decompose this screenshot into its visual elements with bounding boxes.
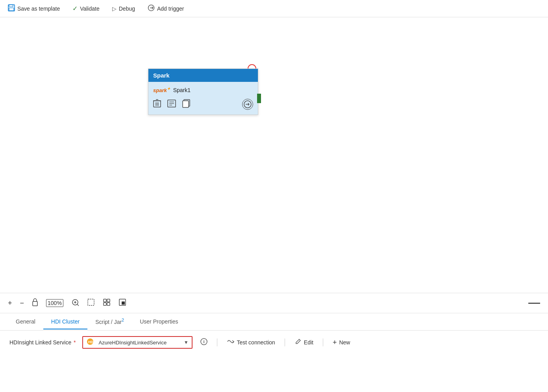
tab-script-jar[interactable]: Script / Jar2 [87, 314, 132, 330]
debug-icon: ▷ [112, 6, 117, 12]
spark-node-title-text: Spark [153, 72, 170, 79]
add-trigger-icon [148, 4, 155, 13]
edit-button[interactable]: Edit [294, 338, 313, 347]
validate-button[interactable]: ✓ Validate [72, 5, 100, 12]
minimap-icon[interactable] [118, 298, 126, 308]
svg-line-26 [77, 304, 79, 306]
node-right-connector [257, 94, 261, 103]
svg-rect-29 [88, 299, 94, 305]
validate-icon: ✓ [72, 5, 78, 12]
zoom-out-icon[interactable]: − [20, 299, 24, 307]
linked-service-dropdown-icon: HD [83, 338, 97, 347]
svg-rect-35 [122, 301, 125, 305]
linked-service-dropdown[interactable]: HD AzureHDInsightLinkedService ▼ [82, 336, 193, 349]
select-area-icon[interactable] [87, 298, 95, 308]
fit-view-icon[interactable]: 100% [46, 299, 63, 307]
new-icon: + [333, 338, 337, 347]
delete-activity-icon[interactable] [153, 99, 161, 110]
save-template-label: Save as template [17, 6, 60, 12]
svg-rect-31 [107, 299, 110, 302]
debug-label: Debug [119, 6, 135, 12]
spark-logo-icon: spark✦ [153, 87, 170, 93]
debug-button[interactable]: ▷ Debug [112, 6, 135, 12]
validate-label: Validate [80, 6, 100, 12]
add-next-activity-icon[interactable] [242, 99, 253, 110]
svg-rect-2 [9, 8, 14, 11]
linked-service-label: HDInsight Linked Service * [9, 339, 76, 346]
prop-divider-1 [217, 338, 217, 346]
toolbar: Save as template ✓ Validate ▷ Debug Add … [0, 0, 548, 17]
svg-rect-24 [33, 301, 37, 306]
spark-activity-node[interactable]: Spark spark✦ Spark1 [148, 68, 258, 115]
tab-script-jar-label: Script / Jar [95, 319, 122, 325]
tab-hdi-cluster-label: HDI Cluster [51, 318, 80, 325]
zoom-fit-icon[interactable] [71, 298, 79, 308]
prop-divider-2 [285, 338, 285, 346]
spark-node-header: Spark [148, 69, 258, 82]
test-connection-button[interactable]: Test connection [227, 338, 275, 346]
properties-panel: HDInsight Linked Service * HD AzureHDIns… [0, 331, 548, 354]
edit-icon [294, 338, 302, 347]
save-template-button[interactable]: Save as template [8, 4, 60, 13]
tab-user-properties-label: User Properties [140, 318, 178, 325]
dropdown-arrow-icon: ▼ [181, 340, 192, 345]
prop-divider-3 [323, 338, 323, 346]
copy-activity-icon[interactable] [182, 99, 190, 110]
svg-rect-19 [183, 101, 189, 107]
add-trigger-label: Add trigger [157, 6, 184, 12]
spark-node-actions [153, 99, 253, 110]
linked-service-value: AzureHDInsightLinkedService [97, 340, 181, 346]
new-label: New [339, 339, 350, 346]
test-connection-icon [227, 338, 235, 346]
add-trigger-button[interactable]: Add trigger [148, 4, 184, 13]
save-template-icon [8, 4, 15, 13]
test-connection-label: Test connection [237, 339, 275, 346]
resize-handle[interactable] [528, 303, 540, 304]
lock-icon[interactable] [32, 298, 38, 308]
spark-node-body: spark✦ Spark1 [148, 82, 258, 115]
svg-rect-33 [107, 303, 110, 305]
required-marker: * [72, 339, 76, 346]
tab-user-properties[interactable]: User Properties [132, 314, 186, 329]
info-icon[interactable]: i [200, 338, 207, 347]
tab-hdi-cluster[interactable]: HDI Cluster [43, 314, 87, 329]
autofit-icon[interactable] [103, 298, 111, 308]
tab-general[interactable]: General [8, 314, 43, 329]
zoom-in-icon[interactable]: + [8, 299, 12, 307]
spark-activity-title: spark✦ Spark1 [153, 87, 253, 93]
parameters-icon[interactable] [167, 100, 176, 109]
svg-rect-32 [104, 303, 106, 305]
spark-activity-name: Spark1 [173, 87, 191, 93]
svg-text:i: i [203, 339, 204, 344]
edit-label: Edit [304, 339, 313, 346]
svg-rect-30 [104, 299, 106, 302]
tab-script-jar-badge: 2 [122, 318, 124, 322]
zoom-controls-bar: + − 100% [0, 293, 548, 313]
new-button[interactable]: + New [333, 338, 350, 347]
svg-text:HD: HD [88, 340, 93, 344]
activity-tabs-bar: General HDI Cluster Script / Jar2 User P… [0, 313, 548, 331]
tab-general-label: General [16, 318, 35, 325]
pipeline-canvas[interactable]: Spark spark✦ Spark1 [0, 17, 548, 293]
